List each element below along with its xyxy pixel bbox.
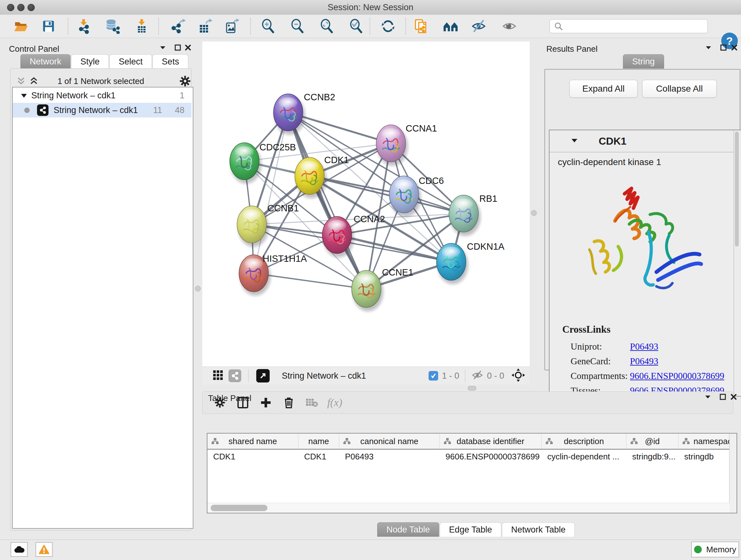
column-header-@id[interactable]: @id (626, 434, 678, 449)
network-node-CDC25B[interactable] (230, 143, 261, 184)
tab-network[interactable]: Network (20, 54, 71, 69)
node-count: 11 (153, 105, 162, 115)
tab-edge-table[interactable]: Edge Table (440, 522, 501, 537)
panel-menu-icon[interactable] (704, 45, 712, 51)
cell-database-identifier[interactable]: 9606.ENSP00000378699 (440, 452, 542, 462)
search-input[interactable] (549, 19, 708, 33)
network-collection-row[interactable]: String Network – cdk1 1 (13, 88, 192, 103)
cloud-status-button[interactable] (10, 542, 28, 557)
column-header-database-identifier[interactable]: database identifier (440, 434, 542, 449)
cell-shared-name[interactable]: CDK1 (207, 452, 298, 462)
warnings-button[interactable] (36, 542, 53, 557)
import-network-file-button[interactable] (75, 17, 92, 35)
panel-close-icon[interactable] (730, 393, 737, 400)
network-options-gear-icon[interactable] (179, 75, 191, 87)
clone-network-button[interactable] (412, 17, 430, 35)
export-image-button[interactable] (223, 17, 241, 35)
cell-description[interactable]: cyclin-dependent ... (542, 452, 626, 462)
control-panel-title: Control Panel (9, 44, 59, 54)
panel-menu-icon[interactable] (159, 45, 166, 51)
show-graphics-details-button[interactable] (500, 17, 518, 35)
network-edge-CCNA2-CDKN1A[interactable] (337, 235, 451, 262)
table-vertical-scrollbar[interactable] (729, 434, 737, 513)
memory-button[interactable]: Memory (691, 542, 739, 557)
results-tab-string[interactable]: String (623, 54, 665, 69)
save-session-button[interactable] (40, 17, 57, 35)
results-scrollbar-thumb[interactable] (735, 132, 739, 246)
expand-all-button[interactable]: Expand All (569, 80, 637, 98)
table-panel: Table Panel f(x) shared namen (202, 391, 741, 540)
panel-menu-icon[interactable] (704, 394, 712, 400)
collapse-all-button[interactable]: Collapse All (642, 80, 717, 98)
panel-float-icon[interactable] (719, 393, 726, 400)
crosslink-link[interactable]: 9606.ENSP00000378699 (630, 371, 724, 381)
cell-canonical-name[interactable]: P06493 (339, 452, 440, 462)
right-splitter-handle[interactable] (531, 210, 537, 216)
first-neighbors-button[interactable] (442, 17, 460, 35)
export-network-button[interactable] (169, 17, 187, 35)
table-horizontal-scrollbar[interactable] (207, 503, 730, 513)
cdk1-section-header[interactable]: CDK1 (549, 130, 741, 152)
network-view-icon[interactable] (228, 369, 241, 382)
network-node-CCNB1[interactable] (237, 206, 269, 247)
panel-float-icon[interactable] (720, 44, 727, 51)
open-session-button[interactable] (12, 17, 30, 35)
import-network-database-button[interactable] (104, 17, 121, 35)
cell-@id[interactable]: stringdb:9... (626, 452, 678, 462)
hidden-counts: 0 - 0 (484, 371, 511, 381)
network-node-CCNB2[interactable] (273, 94, 305, 135)
table-hscroll-thumb[interactable] (211, 505, 267, 511)
network-node-CDC6[interactable] (389, 176, 421, 217)
tab-sets[interactable]: Sets (152, 54, 188, 69)
bottom-splitter-handle[interactable] (468, 386, 476, 390)
column-header-namespace[interactable]: namespace (678, 434, 730, 449)
network-node-CDKN1A[interactable] (436, 243, 468, 284)
delete-table-icon-disabled (300, 393, 323, 412)
panel-close-icon[interactable] (185, 44, 192, 51)
panel-close-icon[interactable] (731, 44, 738, 51)
tree-expand-icon[interactable] (13, 91, 31, 101)
cell-name[interactable]: CDK1 (298, 452, 339, 462)
network-node-CCNE1[interactable] (352, 270, 383, 311)
zoom-out-button[interactable] (288, 17, 307, 35)
crosslink-link[interactable]: P06493 (630, 341, 658, 352)
detach-view-icon[interactable] (256, 369, 270, 382)
delete-column-icon[interactable] (277, 393, 300, 412)
column-header-description[interactable]: description (542, 434, 626, 449)
hide-selected-button[interactable] (470, 17, 488, 35)
zoom-in-button[interactable] (259, 17, 277, 35)
network-node-RB1[interactable] (449, 195, 481, 236)
selected-checkbox-icon[interactable] (428, 371, 438, 381)
network-edge-CCNB2-HIST1H1A[interactable] (254, 112, 288, 273)
results-scrollbar[interactable] (734, 130, 740, 395)
column-header-name[interactable]: name (298, 434, 339, 449)
tab-style[interactable]: Style (71, 54, 109, 69)
cell-namespace[interactable]: stringdb (678, 452, 730, 462)
network-node-CCNA2[interactable] (322, 216, 354, 257)
table-row[interactable]: CDK1CDK1P064939606.ENSP00000378699cyclin… (207, 449, 730, 463)
network-node-label-CDK1: CDK1 (324, 155, 349, 165)
string-network-graph[interactable]: CCNB2CCNA1CDC25BCDK1CDC6RB1CCNB1CCNA2CDK… (202, 42, 530, 367)
create-column-icon[interactable] (254, 393, 277, 412)
column-header-shared-name[interactable]: shared name (207, 434, 298, 449)
panel-float-icon[interactable] (174, 44, 181, 51)
zoom-fit-button[interactable] (318, 17, 336, 35)
zoom-selected-button[interactable] (347, 17, 365, 35)
column-header-canonical-name[interactable]: canonical name (339, 434, 440, 449)
left-splitter-handle[interactable] (195, 286, 201, 292)
section-collapse-icon[interactable] (549, 138, 578, 145)
grid-view-icon[interactable] (212, 369, 224, 382)
refresh-layout-button[interactable] (379, 17, 397, 35)
network-node-label-CDC25B: CDC25B (259, 142, 296, 152)
network-node-label-RB1: RB1 (479, 193, 497, 204)
export-table-button[interactable] (196, 17, 214, 35)
network-canvas[interactable]: CCNB2CCNA1CDC25BCDK1CDC6RB1CCNB1CCNA2CDK… (202, 42, 530, 367)
zoom-selected-icon (348, 18, 364, 34)
network-row-selected[interactable]: String Network – cdk1 11 48 (13, 103, 192, 118)
birds-eye-toggle-icon[interactable] (511, 368, 530, 383)
tab-node-table[interactable]: Node Table (377, 522, 439, 537)
tab-network-table[interactable]: Network Table (502, 522, 575, 537)
crosslink-link[interactable]: P06493 (630, 356, 658, 367)
tab-select[interactable]: Select (110, 54, 152, 69)
import-table-button[interactable] (133, 17, 151, 35)
